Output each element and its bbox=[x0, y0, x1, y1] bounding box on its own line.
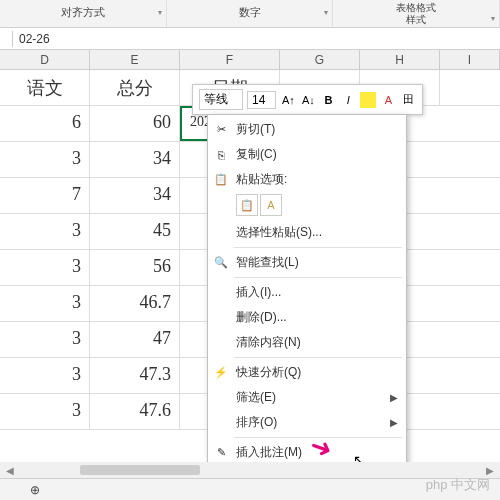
cell-d[interactable]: 6 bbox=[0, 106, 90, 141]
menu-quick-analysis[interactable]: ⚡快速分析(Q) bbox=[208, 360, 406, 385]
col-header-e[interactable]: E bbox=[90, 50, 180, 69]
menu-clear[interactable]: 清除内容(N) bbox=[208, 330, 406, 355]
ribbon-number[interactable]: 数字 bbox=[167, 0, 334, 27]
ribbon-format[interactable]: 表格格式 样式 bbox=[333, 0, 500, 27]
decrease-font-icon[interactable]: A↓ bbox=[300, 92, 316, 108]
ribbon-align[interactable]: 对齐方式 bbox=[0, 0, 167, 27]
italic-button[interactable]: I bbox=[340, 92, 356, 108]
col-header-i[interactable]: I bbox=[440, 50, 500, 69]
col-header-f[interactable]: F bbox=[180, 50, 280, 69]
paste-option-values[interactable]: A bbox=[260, 194, 282, 216]
size-select[interactable]: 14 bbox=[247, 91, 276, 109]
chevron-right-icon: ▶ bbox=[390, 417, 398, 428]
menu-sort[interactable]: 排序(O)▶ bbox=[208, 410, 406, 435]
font-select[interactable]: 等线 bbox=[199, 89, 243, 110]
fill-color-icon[interactable] bbox=[360, 92, 376, 108]
formula-bar: 02-26 bbox=[0, 28, 500, 50]
copy-icon: ⎘ bbox=[213, 147, 229, 163]
context-menu: ✂剪切(T) ⎘复制(C) 📋粘贴选项: 📋 A 选择性粘贴(S)... 🔍智能… bbox=[207, 114, 407, 500]
analysis-icon: ⚡ bbox=[213, 365, 229, 381]
paste-options-row: 📋 A bbox=[208, 192, 406, 220]
menu-filter[interactable]: 筛选(E)▶ bbox=[208, 385, 406, 410]
col-header-h[interactable]: H bbox=[360, 50, 440, 69]
menu-insert[interactable]: 插入(I)... bbox=[208, 280, 406, 305]
cell-header-d[interactable]: 语文 bbox=[0, 70, 90, 105]
new-sheet-button[interactable]: ⊕ bbox=[30, 483, 40, 497]
scroll-thumb[interactable] bbox=[80, 465, 200, 475]
scroll-left-icon[interactable]: ◀ bbox=[0, 465, 20, 476]
formula-value[interactable]: 02-26 bbox=[19, 32, 50, 46]
cell-e[interactable]: 60 bbox=[90, 106, 180, 141]
chevron-right-icon: ▶ bbox=[390, 392, 398, 403]
col-header-d[interactable]: D bbox=[0, 50, 90, 69]
ribbon-groups: 对齐方式 数字 表格格式 样式 bbox=[0, 0, 500, 28]
menu-delete[interactable]: 删除(D)... bbox=[208, 305, 406, 330]
column-headers: D E F G H I bbox=[0, 50, 500, 70]
watermark: php 中文网 bbox=[426, 476, 490, 494]
cell-header-e[interactable]: 总分 bbox=[90, 70, 180, 105]
menu-cut[interactable]: ✂剪切(T) bbox=[208, 117, 406, 142]
menu-copy[interactable]: ⎘复制(C) bbox=[208, 142, 406, 167]
menu-paste-special[interactable]: 选择性粘贴(S)... bbox=[208, 220, 406, 245]
menu-smart-lookup[interactable]: 🔍智能查找(L) bbox=[208, 250, 406, 275]
scissors-icon: ✂ bbox=[213, 122, 229, 138]
mini-toolbar: 等线 14 A↑ A↓ B I A 田 bbox=[192, 84, 423, 115]
lookup-icon: 🔍 bbox=[213, 255, 229, 271]
comment-icon: ✎ bbox=[213, 445, 229, 461]
paste-icon: 📋 bbox=[213, 172, 229, 188]
paste-option-default[interactable]: 📋 bbox=[236, 194, 258, 216]
bold-button[interactable]: B bbox=[320, 92, 336, 108]
scroll-right-icon[interactable]: ▶ bbox=[480, 465, 500, 476]
col-header-g[interactable]: G bbox=[280, 50, 360, 69]
menu-paste-options: 📋粘贴选项: bbox=[208, 167, 406, 192]
font-color-icon[interactable]: A bbox=[380, 92, 396, 108]
border-icon[interactable]: 田 bbox=[400, 92, 416, 108]
increase-font-icon[interactable]: A↑ bbox=[280, 92, 296, 108]
